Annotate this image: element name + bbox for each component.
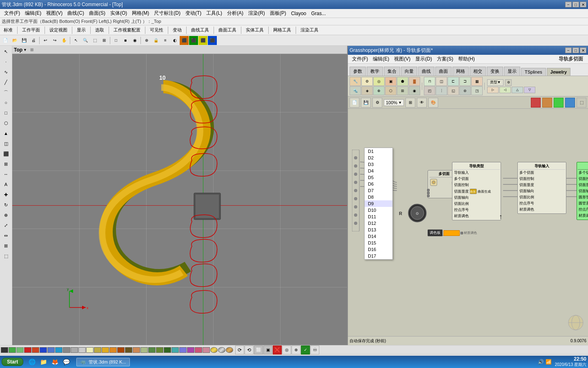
- comp-icon-19[interactable]: ⋮: [436, 86, 447, 95]
- gh-minimize-button[interactable]: −: [565, 47, 572, 53]
- dropdown-D4[interactable]: D4: [365, 168, 392, 174]
- port-in-2[interactable]: [427, 192, 430, 194]
- surface-tool[interactable]: ◫: [1, 139, 11, 148]
- line-tool[interactable]: ╱: [1, 77, 11, 87]
- type-dropdown[interactable]: 类型▼: [487, 79, 503, 86]
- comp-icon-13[interactable]: ⊓: [424, 77, 435, 86]
- swatch-lightgray[interactable]: [71, 347, 78, 353]
- wire-icon[interactable]: □: [111, 36, 120, 45]
- comp-icon-17[interactable]: ▦: [471, 77, 483, 86]
- taskbar-rhino-button[interactable]: 🦏 管状.3dm (892 K...: [76, 358, 129, 366]
- swatch-purple[interactable]: [179, 347, 187, 353]
- render-preview-icon[interactable]: ◉: [130, 36, 139, 45]
- type-settings[interactable]: ⚙: [505, 79, 512, 86]
- gh-tab-surface[interactable]: 曲面: [435, 67, 452, 76]
- toolbar-display[interactable]: 显示: [74, 26, 89, 34]
- swatch-darkgreen[interactable]: [156, 347, 163, 353]
- swatch-red[interactable]: [24, 347, 31, 353]
- swatch-magenta[interactable]: [187, 347, 194, 353]
- viewport-canvas[interactable]: 10: [12, 54, 347, 345]
- move-tool[interactable]: ⊕: [1, 210, 11, 220]
- gh-restore-button[interactable]: □: [572, 47, 579, 53]
- menu-file[interactable]: 文件(F): [2, 9, 22, 18]
- zoom-dropdown-arrow[interactable]: ▼: [398, 101, 402, 105]
- comp-icon-12[interactable]: ◉: [409, 86, 420, 95]
- menu-edit[interactable]: 编辑(E): [22, 9, 44, 18]
- swatch-copper-sphere[interactable]: [226, 347, 233, 353]
- print-icon[interactable]: 🖨: [29, 36, 38, 45]
- dropdown-D12[interactable]: D12: [365, 220, 392, 227]
- comp-icon-2[interactable]: ⚙: [361, 77, 373, 86]
- rotate-3d-tool[interactable]: ↻: [1, 200, 11, 210]
- dropdown-D14[interactable]: D14: [365, 233, 392, 240]
- solid-tool[interactable]: ⬛: [1, 149, 11, 159]
- gh-warning-icon[interactable]: [542, 98, 552, 108]
- menu-dim[interactable]: 尺寸标注(D): [151, 9, 183, 18]
- gh-ok-icon[interactable]: [554, 98, 564, 108]
- comp-icon-18[interactable]: ◰: [424, 86, 435, 95]
- menu-analysis[interactable]: 分析(A): [225, 9, 246, 18]
- toolbar-meshtools[interactable]: 网格工具: [270, 26, 294, 34]
- gh-tab-curve[interactable]: 曲线: [418, 67, 434, 76]
- toolbar-curvetools[interactable]: 曲线工具: [188, 26, 212, 34]
- comp-icon-16[interactable]: ⊐: [459, 77, 471, 86]
- gh-dropdown[interactable]: D1 D2 D3 D4 D5 D6 D7 D8 D9 D10 D11 D12 D…: [364, 148, 393, 260]
- gh-tab-params[interactable]: 参数: [350, 67, 366, 76]
- swatch-gold-sphere[interactable]: [210, 347, 218, 353]
- utility-3[interactable]: ⬜: [254, 346, 263, 355]
- comp-icon-9[interactable]: ⊕: [373, 86, 385, 95]
- gh-window-controls[interactable]: − □ ✕: [565, 47, 586, 53]
- arc-tool[interactable]: ⌒: [1, 88, 11, 97]
- comp-icon-24[interactable]: ◁: [499, 87, 511, 93]
- mesh-tool[interactable]: ⊞: [1, 159, 11, 169]
- swatch-darkbrown[interactable]: [125, 347, 132, 353]
- color2-icon[interactable]: ⬛: [189, 36, 198, 45]
- color-node-container[interactable]: 调色板 材质调色: [428, 229, 477, 236]
- color-node-swatch[interactable]: [443, 230, 460, 236]
- comp-icon-23[interactable]: ▷: [487, 87, 499, 93]
- close-button[interactable]: ✕: [580, 2, 586, 7]
- dropdown-D9[interactable]: D9: [365, 200, 392, 207]
- menu-mesh[interactable]: 网格(M): [129, 9, 151, 18]
- toolbar-rendertools[interactable]: 渲染工具: [298, 26, 321, 34]
- comp-icon-4[interactable]: ▣: [385, 77, 396, 86]
- new-icon[interactable]: 📄: [1, 36, 10, 45]
- dropdown-D2[interactable]: D2: [365, 155, 392, 161]
- dropdown-D6[interactable]: D6: [365, 181, 392, 187]
- snap-icon[interactable]: ⊕: [142, 36, 151, 45]
- utility-2[interactable]: ⟲: [245, 346, 254, 355]
- dropdown-D5[interactable]: D5: [365, 174, 392, 181]
- swatch-silver[interactable]: [78, 347, 86, 353]
- dropdown-arrow[interactable]: ▼: [23, 48, 27, 52]
- color4-icon[interactable]: ⬛: [208, 36, 217, 45]
- mirror-tool[interactable]: ⇔: [1, 231, 11, 240]
- comp-icon-10[interactable]: ⬡: [385, 86, 396, 95]
- menu-view[interactable]: 视图(V): [44, 9, 65, 18]
- start-button[interactable]: Start: [2, 358, 23, 366]
- toolbar-visibility[interactable]: 可见性: [147, 26, 166, 34]
- gh-menu-view[interactable]: 视图(V): [392, 55, 413, 63]
- gh-menu-file[interactable]: 文件(F): [350, 55, 370, 63]
- comp-icon-14[interactable]: ◫: [436, 77, 447, 86]
- material-icon[interactable]: ◐: [170, 36, 179, 45]
- layer-icon[interactable]: ≡: [161, 36, 170, 45]
- menu-curve[interactable]: 曲线(C): [65, 9, 87, 18]
- gh-tab-jewelry[interactable]: Jewelry: [547, 68, 570, 76]
- toolbar-viewconfig[interactable]: 工作视窗配置: [111, 26, 143, 34]
- swatch-lightpink[interactable]: [203, 347, 210, 353]
- curve-tool[interactable]: ∿: [1, 67, 11, 77]
- comp-icon-6[interactable]: ▓: [409, 77, 420, 86]
- menu-solid[interactable]: 实体(O): [108, 9, 129, 18]
- dropdown-D13[interactable]: D13: [365, 227, 392, 233]
- select-icon[interactable]: ↖: [71, 36, 80, 45]
- gh-canvas[interactable]: D1 D2 D3 D4 D5 D6 D7 D8 D9 D10 D11 D12 D…: [348, 109, 588, 336]
- toolbar-setview[interactable]: 设定视图: [47, 26, 70, 34]
- viewport-icon[interactable]: ⊞: [30, 47, 33, 52]
- rect-tool[interactable]: □: [1, 108, 11, 118]
- undo-icon[interactable]: ↩: [41, 36, 50, 45]
- dropdown-D8[interactable]: D8: [365, 194, 392, 200]
- toolbar-surfacetools[interactable]: 曲面工具: [216, 26, 239, 34]
- group-tool[interactable]: ⬚: [1, 251, 11, 261]
- swatch-teal[interactable]: [172, 347, 179, 353]
- explorer-icon[interactable]: 📁: [38, 357, 49, 367]
